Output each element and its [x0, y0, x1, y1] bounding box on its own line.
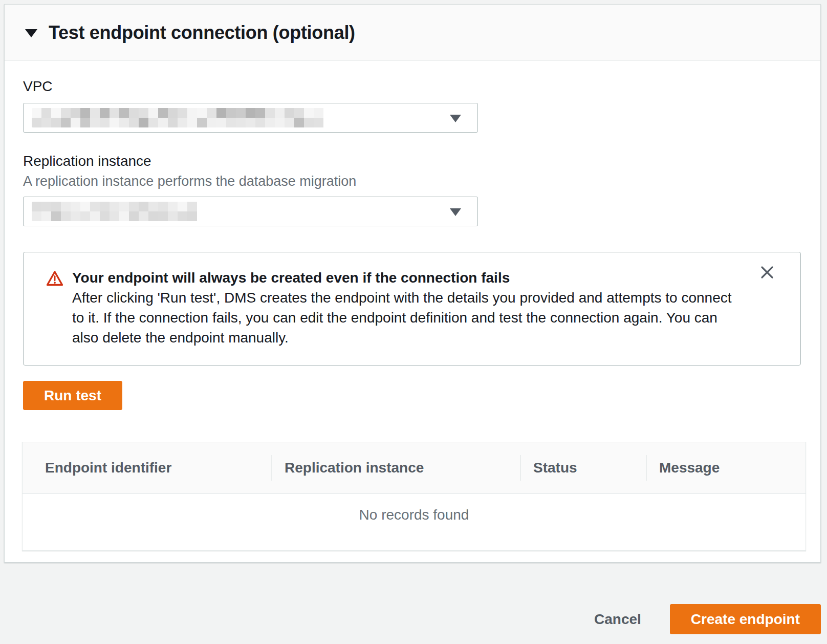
replication-instance-select[interactable] [23, 197, 478, 226]
column-header-message: Message [646, 442, 806, 493]
vpc-field: VPC [23, 78, 805, 133]
column-header-status: Status [520, 442, 646, 493]
table-header-row: Endpoint identifier Replication instance… [23, 442, 806, 493]
create-endpoint-button[interactable]: Create endpoint [670, 604, 821, 634]
run-test-button[interactable]: Run test [23, 381, 122, 410]
test-endpoint-connection-section: Test endpoint connection (optional) VPC … [4, 4, 821, 563]
close-icon[interactable] [758, 264, 776, 281]
select-caret-icon [450, 208, 461, 216]
warning-title: Your endpoint will always be created eve… [72, 268, 737, 288]
column-divider [646, 455, 647, 481]
warning-triangle-icon [46, 270, 63, 287]
vpc-label: VPC [23, 78, 805, 95]
column-header-endpoint-identifier: Endpoint identifier [23, 442, 271, 493]
table-body: No records found [23, 493, 806, 550]
column-divider [271, 455, 272, 481]
section-header[interactable]: Test endpoint connection (optional) [5, 5, 820, 61]
column-divider [520, 455, 521, 481]
section-body: VPC Replication instance A replication i… [5, 78, 820, 551]
empty-state-text: No records found [23, 493, 806, 523]
warning-content: Your endpoint will always be created eve… [72, 268, 737, 348]
vpc-selected-value-redacted [32, 108, 329, 127]
vpc-select[interactable] [23, 103, 478, 133]
warning-body: After clicking 'Run test', DMS creates t… [72, 288, 737, 348]
select-caret-icon [450, 115, 461, 122]
collapse-caret-icon [25, 29, 37, 37]
replication-instance-description: A replication instance performs the data… [23, 174, 805, 189]
warning-alert: Your endpoint will always be created eve… [23, 252, 801, 366]
form-footer: Cancel Create endpoint [594, 604, 821, 634]
section-title: Test endpoint connection (optional) [49, 22, 355, 44]
replication-instance-field: Replication instance A replication insta… [23, 153, 805, 226]
replication-instance-label: Replication instance [23, 153, 805, 169]
replication-instance-selected-value-redacted [32, 202, 202, 221]
column-header-replication-instance: Replication instance [271, 442, 520, 493]
cancel-button[interactable]: Cancel [594, 604, 641, 634]
test-results-table: Endpoint identifier Replication instance… [22, 442, 806, 551]
